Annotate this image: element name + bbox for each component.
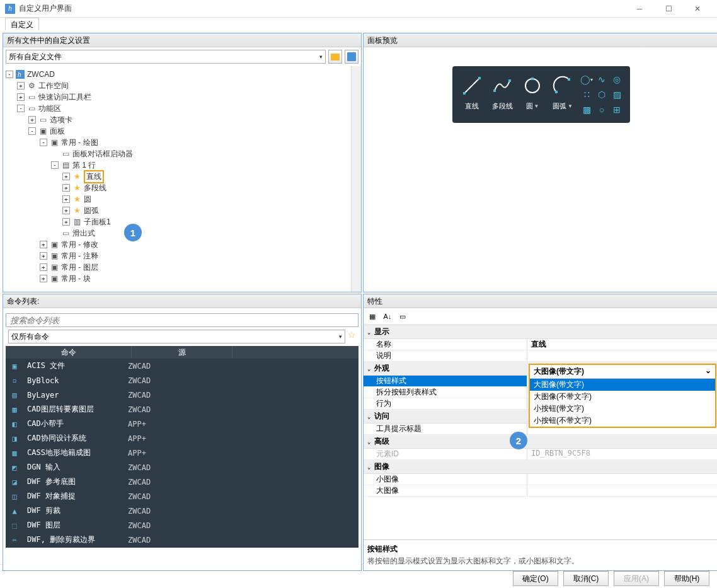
file-dropdown[interactable]: 所有自定义文件 ▾ (6, 50, 326, 64)
tree-toggle[interactable]: - (28, 127, 36, 135)
svg-text:h: h (18, 71, 21, 78)
apply-button[interactable]: 应用(A) (614, 571, 659, 586)
tree-toggle[interactable]: + (40, 241, 47, 248)
customization-tree[interactable]: -hZWCAD+⚙工作空间+▭快速访问工具栏-▭功能区+▭选项卡-▣面板-▣常用… (3, 66, 361, 292)
ok-button[interactable]: 确定(O) (513, 571, 558, 586)
tree-toggle[interactable]: + (62, 184, 70, 192)
tree-row[interactable]: +★多段线 (6, 182, 358, 193)
tree-toggle[interactable]: + (40, 275, 47, 282)
save-button[interactable] (345, 50, 358, 64)
tree-toggle[interactable]: + (62, 173, 70, 180)
tree-row[interactable]: -▣面板 (6, 125, 358, 137)
tree-label: 常用 - 修改 (61, 239, 98, 250)
tree-toggle[interactable]: + (28, 116, 36, 124)
tree-label: ZWCAD (27, 70, 55, 79)
tree-row[interactable]: -▣常用 - 绘图 (6, 137, 358, 148)
tree-row[interactable]: +⚙工作空间 (6, 80, 358, 91)
tree-row[interactable]: +★直线 (6, 171, 358, 182)
minimize-button[interactable]: ─ (625, 0, 654, 18)
cancel-button[interactable]: 取消(C) (563, 571, 609, 586)
dropdown-option[interactable]: 大图像(带文字) (530, 379, 715, 391)
panel-properties: 特性 ▦ A↓ ▭ ⌄显示 名称直线 说明 ⌄外观 按钮样式 拆分按钮列表样式 … (363, 294, 717, 571)
tree-row[interactable]: +▣常用 - 图层 (6, 262, 358, 273)
dropdown-option[interactable]: 小按钮(不带文字) (530, 415, 715, 427)
command-source: ZWCAD (128, 405, 151, 414)
tree-toggle[interactable]: - (51, 161, 59, 169)
command-source: ZWCAD (128, 507, 151, 516)
tree-label: 工作空间 (38, 81, 69, 91)
svg-point-7 (525, 79, 539, 93)
close-button[interactable]: ✕ (683, 0, 712, 18)
tab-customize[interactable]: 自定义 (5, 18, 39, 30)
command-row[interactable]: ◨CAD协同设计系统APP+ (6, 431, 358, 446)
chevron-down-icon: ▼ (534, 103, 539, 109)
tree-row[interactable]: +▣常用 - 注释 (6, 250, 358, 262)
subpanel-icon: ▥ (72, 217, 82, 226)
command-row[interactable]: ✂DWF, 删除剪裁边界ZWCAD (6, 533, 358, 547)
tree-label: 直线 (86, 172, 101, 181)
panel-icon: ▣ (49, 251, 59, 260)
tree-row[interactable]: ▭滑出式 (6, 228, 358, 239)
app-icon: h (5, 4, 15, 14)
dropdown-option[interactable]: 大图像(不带文字) (530, 391, 715, 403)
command-row[interactable]: ⬚DWF 图层ZWCAD (6, 518, 358, 533)
tree-row[interactable]: +▭选项卡 (6, 114, 358, 125)
tree-toggle[interactable]: + (40, 263, 47, 271)
command-row[interactable]: ▩CASS地形地籍成图APP+ (6, 446, 358, 460)
tree-scrollbar[interactable] (351, 66, 361, 292)
tree-toggle[interactable]: + (62, 218, 70, 226)
command-name: CAD协同设计系统 (21, 433, 128, 444)
tree-row[interactable]: +▭快速访问工具栏 (6, 91, 358, 103)
open-folder-button[interactable] (328, 50, 342, 64)
tree-toggle[interactable]: + (17, 82, 25, 89)
command-row[interactable]: ▣ACIS 文件ZWCAD (6, 359, 358, 373)
command-row[interactable]: ▤ByLayerZWCAD (6, 388, 358, 402)
tree-row[interactable]: +▥子面板1 (6, 216, 358, 228)
tree-row[interactable]: -▤第 1 行 (6, 159, 358, 171)
dropdown-option[interactable]: 小按钮(带文字) (530, 403, 715, 415)
sort-button[interactable]: A↓ (381, 310, 394, 323)
command-name: DGN 输入 (21, 462, 128, 473)
star-icon[interactable]: ☆ (348, 330, 356, 343)
tree-label: 常用 - 图层 (61, 262, 98, 273)
button-style-dropdown[interactable]: 大图像(带文字)⌄ 大图像(带文字) 大图像(不带文字) 小按钮(带文字) 小按… (529, 364, 716, 428)
line-icon (459, 72, 485, 99)
command-row[interactable]: ◫DWF 对象捕捉ZWCAD (6, 489, 358, 504)
tree-toggle[interactable]: + (62, 195, 70, 203)
command-row[interactable]: ◧CAD小帮手APP+ (6, 417, 358, 431)
tree-toggle[interactable]: + (40, 252, 47, 260)
command-row[interactable]: ◪DWF 参考底图ZWCAD (6, 475, 358, 489)
tree-toggle[interactable]: + (62, 207, 70, 214)
tree-row[interactable]: +▣常用 - 块 (6, 273, 358, 284)
maximize-button[interactable]: ☐ (654, 0, 683, 18)
help-button[interactable]: 帮助(H) (664, 571, 709, 586)
command-table[interactable]: 命令 源 ▣ACIS 文件ZWCAD▫ByBlockZWCAD▤ByLayerZ… (6, 346, 358, 548)
tree-row[interactable]: -hZWCAD (6, 69, 358, 80)
panel-commands: 命令列表: 仅所有命令 ▾ ☆ 命令 源 ▣ACIS 文件ZWCAD▫ByBlo… (3, 294, 362, 571)
command-filter-dropdown[interactable]: 仅所有命令 ▾ (8, 330, 345, 343)
tree-row[interactable]: +★圆弧 (6, 205, 358, 216)
pages-button[interactable]: ▭ (396, 310, 410, 323)
command-row[interactable]: ◩DGN 输入ZWCAD (6, 460, 358, 475)
command-icon: ◪ (8, 478, 21, 487)
ribbon-label-polyline: 多段线 (492, 101, 513, 111)
tree-toggle[interactable]: + (17, 93, 25, 101)
tree-toggle[interactable]: - (6, 71, 13, 78)
tree-row[interactable]: -▭功能区 (6, 103, 358, 114)
categorize-button[interactable]: ▦ (365, 310, 379, 323)
command-source: ZWCAD (128, 362, 151, 371)
command-icon: ▫ (8, 376, 21, 385)
command-row[interactable]: ▦CAD图层转要素图层ZWCAD (6, 402, 358, 417)
tree-row[interactable]: ▭面板对话框启动器 (6, 148, 358, 159)
arc-icon (549, 72, 576, 99)
search-input[interactable] (6, 313, 358, 327)
tree-toggle[interactable]: - (40, 139, 47, 146)
tree-toggle[interactable]: - (17, 105, 25, 112)
command-row[interactable]: ▲DWF 剪裁ZWCAD (6, 504, 358, 518)
tree-row[interactable]: +▣常用 - 修改 (6, 239, 358, 250)
tree-row[interactable]: +★圆 (6, 193, 358, 205)
toolbar-icon: ▭ (26, 93, 37, 101)
tree-label: 选项卡 (50, 115, 72, 125)
command-name: ByLayer (21, 391, 128, 400)
command-row[interactable]: ▫ByBlockZWCAD (6, 373, 358, 388)
